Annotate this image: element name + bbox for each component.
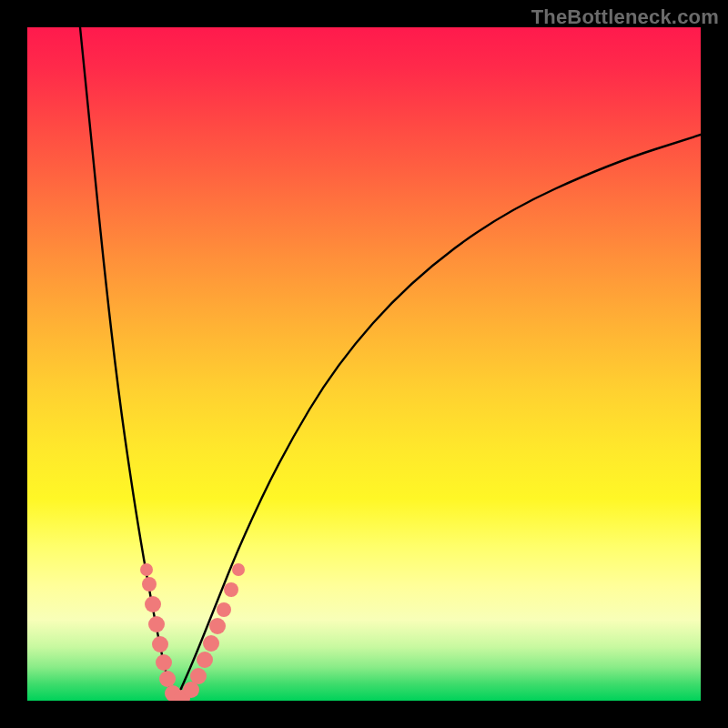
highlight-dot [156,654,172,671]
highlight-dot [159,671,176,687]
curve-layer [27,27,701,701]
highlight-dot [190,668,207,684]
highlight-dot [224,582,238,597]
right-curve [176,135,701,701]
highlight-dot [217,602,231,617]
highlight-dot [142,577,157,592]
plot-area [27,27,701,701]
watermark-text: TheBottleneck.com [531,5,719,29]
highlight-dot [152,636,168,652]
highlight-dot [148,616,165,632]
highlight-dot [140,563,153,576]
highlight-dot [209,618,226,634]
left-curve [80,27,176,701]
outer-frame: TheBottleneck.com [0,0,728,728]
highlight-dots [140,563,245,701]
highlight-dot [203,635,219,652]
highlight-dot [232,563,245,576]
highlight-dot [145,596,161,612]
highlight-dot [197,652,213,668]
